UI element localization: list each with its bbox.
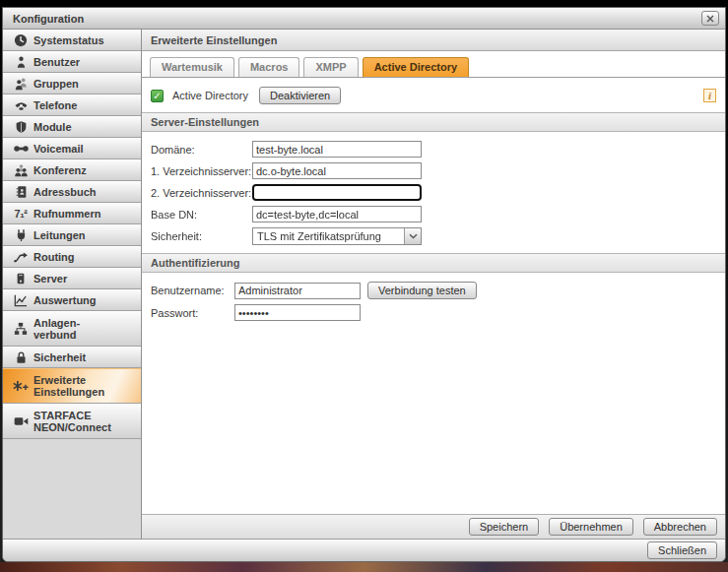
save-button[interactable]: Speichern bbox=[469, 518, 540, 536]
numbers-icon: 7₁² bbox=[8, 208, 33, 220]
domain-input[interactable] bbox=[252, 141, 422, 158]
active-directory-label: Active Directory bbox=[172, 90, 248, 101]
deactivate-button[interactable]: Deaktivieren bbox=[259, 87, 341, 104]
security-select[interactable]: TLS mit Zertifikatsprüfung bbox=[252, 227, 422, 245]
sidebar-item-erweiterte-einstellungen[interactable]: Erweiterte Einstellungen bbox=[3, 368, 141, 404]
form-action-bar: Speichern Übernehmen Abbrechen bbox=[142, 514, 725, 539]
sidebar-item-anlagenverbund[interactable]: Anlagen-verbund bbox=[3, 311, 141, 347]
line-chart-icon bbox=[8, 294, 33, 307]
sidebar-item-gruppen[interactable]: Gruppen bbox=[3, 73, 141, 95]
password-label: Passwort: bbox=[151, 307, 234, 319]
security-label: Sicherheit: bbox=[151, 230, 252, 242]
window-footer: Schließen bbox=[3, 539, 725, 561]
route-arrow-icon bbox=[8, 251, 33, 263]
sidebar-item-label: Sicherheit bbox=[33, 351, 86, 364]
video-camera-icon bbox=[8, 416, 33, 426]
tab-active-directory[interactable]: Active Directory bbox=[363, 57, 469, 77]
cancel-button[interactable]: Abbrechen bbox=[643, 518, 717, 536]
sidebar-item-label: Adressbuch bbox=[33, 186, 97, 199]
sidebar-item-systemstatus[interactable]: Systemstatus bbox=[3, 30, 141, 51]
sidebar-item-auswertung[interactable]: Auswertung bbox=[3, 289, 141, 311]
sidebar-item-benutzer[interactable]: Benutzer bbox=[3, 51, 141, 73]
active-directory-toggle-row: ✓ Active Directory Deaktivieren i bbox=[142, 78, 725, 112]
content-filler bbox=[142, 329, 725, 514]
close-window-button[interactable]: Schließen bbox=[647, 541, 717, 559]
sidebar-item-label: Anlagen-verbund bbox=[33, 317, 118, 342]
apply-button[interactable]: Übernehmen bbox=[549, 518, 633, 536]
base-dn-label: Base DN: bbox=[151, 209, 252, 221]
section-header-server: Server-Einstellungen bbox=[142, 112, 725, 132]
test-connection-button[interactable]: Verbindung testen bbox=[367, 282, 477, 299]
form-row-directory-server-2: 2. Verzeichnisserver: bbox=[151, 184, 716, 201]
sidebar-item-leitungen[interactable]: Leitungen bbox=[3, 224, 141, 246]
form-row-directory-server-1: 1. Verzeichnisserver: bbox=[151, 162, 716, 179]
username-label: Benutzername: bbox=[151, 285, 234, 296]
sidebar-item-label: Benutzer bbox=[33, 56, 80, 69]
sidebar-item-rufnummern[interactable]: 7₁² Rufnummern bbox=[3, 203, 141, 224]
directory-server-2-label: 2. Verzeichnisserver: bbox=[151, 187, 252, 199]
window-close-button[interactable] bbox=[701, 11, 719, 26]
tab-xmpp[interactable]: XMPP bbox=[303, 57, 358, 77]
plug-icon bbox=[8, 228, 33, 242]
directory-server-1-label: 1. Verzeichnisserver: bbox=[151, 165, 252, 177]
sidebar-item-starface-neon[interactable]: STARFACE NEON/Connect bbox=[3, 404, 141, 439]
sidebar-item-sicherheit[interactable]: Sicherheit bbox=[3, 347, 141, 368]
lock-icon bbox=[8, 350, 33, 364]
chevron-down-icon[interactable] bbox=[404, 228, 421, 244]
sidebar-item-module[interactable]: Module bbox=[3, 116, 141, 138]
sidebar-item-konferenz[interactable]: Konferenz bbox=[3, 159, 141, 181]
tab-bar: Wartemusik Macros XMPP Active Directory bbox=[142, 51, 725, 78]
authentication-form: Benutzername: Verbindung testen Passwort… bbox=[142, 273, 725, 329]
sidebar-item-label: Systemstatus bbox=[33, 34, 104, 47]
phone-icon bbox=[8, 99, 33, 111]
book-icon bbox=[8, 185, 33, 199]
sidebar-item-label: Routing bbox=[33, 251, 75, 264]
sidebar-item-label: Auswertung bbox=[33, 294, 97, 307]
sidebar-item-voicemail[interactable]: Voicemail bbox=[3, 138, 141, 159]
username-input[interactable] bbox=[234, 283, 361, 299]
domain-label: Domäne: bbox=[151, 144, 252, 156]
base-dn-input[interactable] bbox=[252, 206, 422, 222]
form-row-security: Sicherheit: TLS mit Zertifikatsprüfung bbox=[151, 227, 716, 245]
window-title: Konfiguration bbox=[13, 13, 701, 25]
security-select-value: TLS mit Zertifikatsprüfung bbox=[253, 228, 404, 244]
user-icon bbox=[8, 55, 33, 69]
gauge-icon bbox=[8, 33, 33, 47]
tab-wartemusik[interactable]: Wartemusik bbox=[150, 57, 234, 77]
sidebar-item-label: STARFACE NEON/Connect bbox=[33, 410, 118, 434]
sidebar-item-label: Telefone bbox=[33, 99, 77, 112]
handset-icon bbox=[8, 144, 33, 154]
tab-macros[interactable]: Macros bbox=[238, 57, 300, 77]
users-icon bbox=[8, 77, 33, 91]
conference-icon bbox=[8, 163, 33, 177]
active-directory-checkbox[interactable]: ✓ bbox=[151, 90, 164, 102]
sidebar-item-server[interactable]: Server bbox=[3, 268, 141, 289]
sidebar-item-label: Gruppen bbox=[33, 78, 79, 91]
sidebar-item-label: Server bbox=[33, 273, 67, 286]
info-icon[interactable]: i bbox=[703, 89, 716, 102]
gear-plus-icon bbox=[8, 379, 33, 393]
sidebar-filler bbox=[3, 439, 141, 539]
network-icon bbox=[8, 322, 33, 336]
title-bar: Konfiguration bbox=[3, 8, 725, 30]
sidebar: Systemstatus Benutzer Gruppen Telefone M… bbox=[3, 30, 142, 539]
form-row-username: Benutzername: Verbindung testen bbox=[151, 282, 716, 299]
sidebar-item-label: Module bbox=[33, 121, 72, 134]
server-icon bbox=[8, 272, 33, 286]
directory-server-1-input[interactable] bbox=[252, 162, 422, 179]
sidebar-item-label: Erweiterte Einstellungen bbox=[33, 374, 118, 399]
section-header-authentication: Authentifizierung bbox=[142, 253, 725, 273]
sidebar-item-label: Konferenz bbox=[33, 164, 87, 177]
tab-content: ✓ Active Directory Deaktivieren i Server… bbox=[142, 78, 725, 539]
form-row-base-dn: Base DN: bbox=[151, 206, 716, 222]
password-input[interactable] bbox=[234, 304, 361, 321]
sidebar-item-telefone[interactable]: Telefone bbox=[3, 95, 141, 116]
sidebar-item-label: Voicemail bbox=[33, 143, 84, 156]
desktop-background-strip bbox=[0, 562, 728, 572]
configuration-window: Konfiguration Systemstatus Benutzer Grup… bbox=[2, 7, 726, 562]
sidebar-item-label: Leitungen bbox=[33, 229, 86, 242]
directory-server-2-input[interactable] bbox=[252, 184, 422, 201]
sidebar-item-routing[interactable]: Routing bbox=[3, 246, 141, 268]
shield-icon bbox=[8, 120, 33, 134]
sidebar-item-adressbuch[interactable]: Adressbuch bbox=[3, 181, 141, 203]
